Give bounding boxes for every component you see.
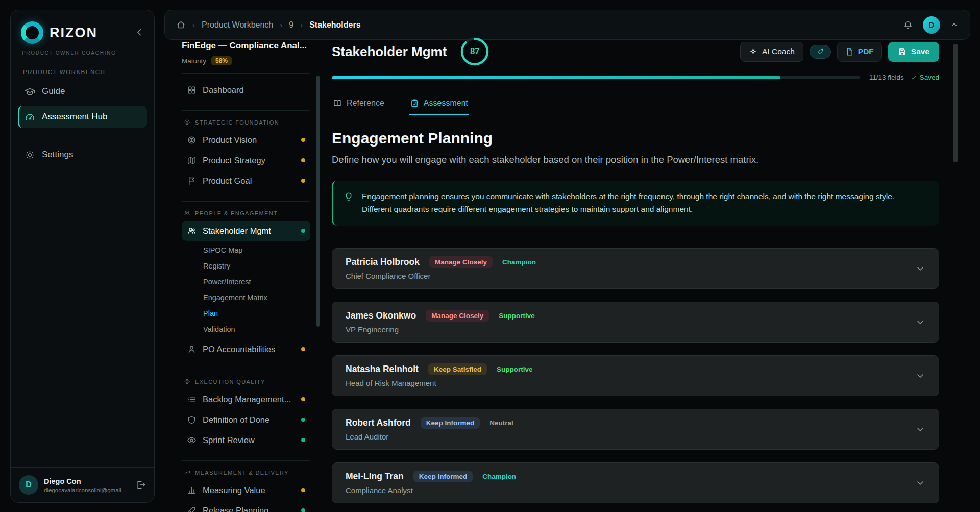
chevron-left-icon [134,27,145,38]
ai-coach-button[interactable]: AI Coach [740,42,803,62]
gauge-icon [24,112,35,123]
target-icon [184,378,190,385]
sidebar-item-assessment-hub[interactable]: Assessment Hub [18,106,147,128]
save-button[interactable]: Save [888,42,939,62]
nav-item-label: Release Planning [203,506,268,512]
stakeholder-card[interactable]: Natasha Reinholt Keep Satisfied Supporti… [332,355,939,396]
eye-icon [187,435,197,445]
nav-item-product-goal[interactable]: Product Goal [182,170,310,191]
sidebar-nav: Guide Assessment Hub Settings [11,80,154,166]
breadcrumb-item-workbench[interactable]: Product Workbench [202,20,273,30]
graduation-cap-icon [24,86,35,97]
score-value: 87 [460,37,489,66]
sparkle-icon [749,47,757,56]
nav-item-label: Definition of Done [203,415,270,425]
gear-icon [24,150,35,160]
chevron-down-icon[interactable] [915,371,925,381]
nav-item-label: Stakeholder Mgmt [203,226,271,236]
stakeholder-role: Chief Compliance Officer [346,272,536,280]
stakeholder-role: Compliance Analyst [346,486,516,495]
chevron-up-icon[interactable] [950,20,959,29]
rocket-icon [816,48,824,56]
nav-item-release-planning[interactable]: Release Planning [182,500,310,512]
stakeholder-list: Patricia Holbrook Manage Closely Champio… [332,248,939,503]
nav-item-sprint-review[interactable]: Sprint Review [182,430,310,450]
subnav-item-registry[interactable]: Registry [203,258,310,274]
stance-label: Champion [482,473,516,480]
stakeholder-card[interactable]: Patricia Holbrook Manage Closely Champio… [332,248,939,289]
ai-coach-label: AI Coach [762,47,795,56]
tab-bar: Reference Assessment [332,93,939,115]
breadcrumb-separator: › [280,20,282,29]
nav-item-definition-of-done[interactable]: Definition of Done [182,409,310,430]
document-icon [845,47,854,56]
pdf-button[interactable]: PDF [837,42,882,62]
nav-section-label: MEASUREMENT & DELIVERY [195,470,289,476]
sidebar-collapse-button[interactable] [133,26,146,39]
bell-icon[interactable] [903,20,913,30]
subnav-item-power-interest[interactable]: Power/Interest [203,274,310,289]
subnav-item-engagement-matrix[interactable]: Engagement Matrix [203,289,310,305]
topbar-avatar[interactable]: D [923,16,940,34]
nav-item-backlog-management[interactable]: Backlog Management... [182,389,310,409]
home-icon[interactable] [176,20,186,30]
breadcrumb-separator: › [192,20,195,29]
stance-label: Supportive [497,365,533,373]
stakeholder-card[interactable]: James Okonkwo Manage Closely Supportive … [332,302,939,343]
subnav-item-validation[interactable]: Validation [203,321,310,337]
maturity-label: Maturity [182,57,206,65]
pdf-label: PDF [858,47,874,56]
stakeholder-card[interactable]: Mei-Ling Tran Keep Informed Champion Com… [332,462,939,503]
assessment-actions: AI Coach PDF Save [740,42,939,62]
nav-item-label: Product Goal [203,176,252,186]
people-icon [187,226,197,236]
chevron-down-icon[interactable] [915,424,925,434]
stakeholder-card[interactable]: Robert Ashford Keep Informed Neutral Lea… [332,409,939,450]
status-dot-green [301,229,305,233]
tab-reference[interactable]: Reference [332,93,385,115]
nav-item-dashboard[interactable]: Dashboard [182,80,310,100]
chevron-down-icon[interactable] [915,478,925,488]
shield-icon [187,415,197,425]
nav-item-measuring-value[interactable]: Measuring Value [182,480,310,500]
chevron-down-icon[interactable] [915,263,925,274]
status-dot-yellow [301,488,305,492]
sidebar-item-label: Assessment Hub [42,112,108,122]
stakeholder-role: VP Engineering [346,325,535,334]
chevron-down-icon[interactable] [915,317,925,327]
nav-section-label: STRATEGIC FOUNDATION [195,119,279,126]
tab-assessment[interactable]: Assessment [409,93,469,115]
check-icon [911,74,917,81]
sidebar-item-label: Settings [42,150,73,160]
sidebar-item-guide[interactable]: Guide [18,80,147,103]
subnav-item-sipoc-map[interactable]: SIPOC Map [203,242,310,258]
nav-item-po-accountabilities[interactable]: PO Accountabilities [182,339,310,359]
breadcrumb-item-9[interactable]: 9 [289,20,293,30]
progress-row: 11/13 fields Saved [332,74,939,81]
status-dot-green [301,438,305,442]
user-avatar[interactable]: D [19,475,38,495]
score-ring: 87 [460,37,489,66]
nav-item-product-vision[interactable]: Product Vision [182,130,310,150]
nav-item-product-strategy[interactable]: Product Strategy [182,150,310,170]
sidebar-item-label: Guide [42,86,65,96]
brand-tagline: PRODUCT OWNER COACHING [11,44,154,56]
workbench-nav-scrollbar[interactable] [316,76,320,327]
window-scrollbar[interactable] [953,44,958,162]
assessment-title: Stakeholder Mgmt [332,44,447,60]
nav-item-label: Measuring Value [203,485,265,495]
project-title: FinEdge — Compliance Anal... [182,41,310,51]
saved-label: Saved [920,74,939,81]
nav-section-strategic-foundation: STRATEGIC FOUNDATION [182,110,310,130]
save-label: Save [911,47,929,56]
target-icon [187,135,197,145]
nav-section-measurement-delivery: MEASUREMENT & DELIVERY [182,460,310,480]
logout-icon[interactable] [136,480,146,490]
sidebar-item-settings[interactable]: Settings [18,143,147,166]
nav-item-stakeholder-mgmt[interactable]: Stakeholder Mgmt [182,221,310,241]
nav-section-label: PEOPLE & ENGAGEMENT [195,210,278,216]
nav-item-label: PO Accountabilities [203,345,275,354]
auto-coach-toggle[interactable] [810,45,831,59]
subnav-item-plan[interactable]: Plan [203,305,310,321]
brand-name: RIZON [50,25,97,41]
